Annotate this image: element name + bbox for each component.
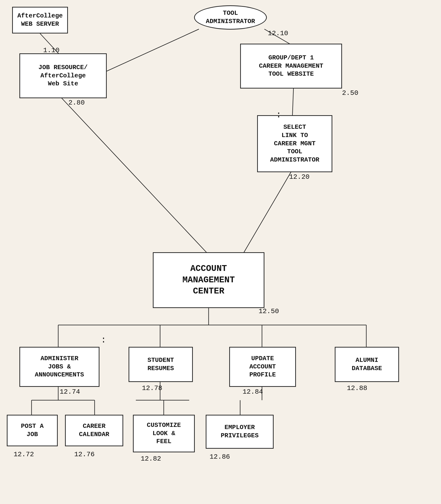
job-resource-label: JOB RESOURCE/ AfterCollege Web Site	[39, 63, 88, 88]
student-resumes-label: STUDENT RESUMES	[147, 356, 174, 373]
tool-admin-node: TOOL ADMINISTRATOR	[194, 5, 267, 30]
label-1220: 12.20	[289, 173, 310, 181]
alumni-database-label: ALUMNI DATABASE	[352, 356, 382, 373]
label-1274: 12.74	[60, 388, 80, 395]
update-account-label: UPDATE ACCOUNT PROFILE	[249, 355, 276, 379]
select-link-label: SELECT LINK TO CAREER MGNT TOOL ADMINIST…	[270, 123, 319, 164]
select-link-node: SELECT LINK TO CAREER MGNT TOOL ADMINIST…	[257, 115, 332, 172]
administer-jobs-node: ADMINISTER JOBS & ANNOUNCEMENTS	[19, 347, 99, 387]
label-1284: 12.84	[243, 388, 263, 395]
label-1210: 12.10	[268, 30, 288, 37]
job-resource-node: JOB RESOURCE/ AfterCollege Web Site	[19, 53, 107, 98]
label-280: 2.80	[68, 99, 85, 107]
label-110: 1.10	[43, 47, 59, 54]
svg-line-4	[61, 97, 209, 255]
diagram-container: AfterCollege WEB SERVER TOOL ADMINISTRAT…	[0, 0, 441, 504]
alumni-database-node: ALUMNI DATABASE	[335, 347, 399, 382]
label-1278: 12.78	[142, 384, 162, 392]
label-1288: 12.88	[347, 384, 367, 392]
post-a-job-node: POST A JOB	[7, 415, 58, 446]
label-250: 2.50	[342, 89, 358, 97]
label-1250: 12.50	[259, 308, 279, 315]
colon-2: :	[276, 110, 281, 120]
label-1276: 12.76	[74, 451, 94, 458]
label-1286: 12.86	[210, 453, 230, 461]
customize-look-label: CUSTOMIZE LOOK & FEEL	[147, 421, 181, 446]
label-1282: 12.82	[141, 455, 161, 462]
group-dept-label: GROUP/DEPT 1 CAREER MANAGEMENT TOOL WEBS…	[259, 54, 323, 78]
student-resumes-node: STUDENT RESUMES	[128, 347, 193, 382]
employer-privileges-label: EMPLOYER PRIVILEGES	[221, 424, 259, 440]
account-mgmt-label: ACCOUNT MANAGEMENT CENTER	[182, 263, 235, 297]
account-mgmt-node: ACCOUNT MANAGEMENT CENTER	[153, 252, 264, 308]
career-calendar-node: CAREER CALENDAR	[65, 415, 123, 446]
svg-line-3	[292, 87, 294, 119]
update-account-node: UPDATE ACCOUNT PROFILE	[229, 347, 296, 387]
career-calendar-label: CAREER CALENDAR	[79, 422, 110, 439]
employer-privileges-node: EMPLOYER PRIVILEGES	[206, 415, 274, 449]
svg-line-5	[243, 170, 292, 255]
colon-1: :	[101, 335, 106, 345]
group-dept-node: GROUP/DEPT 1 CAREER MANAGEMENT TOOL WEBS…	[240, 44, 342, 89]
administer-jobs-label: ADMINISTER JOBS & ANNOUNCEMENTS	[35, 355, 84, 379]
aftercollege-server-node: AfterCollege WEB SERVER	[12, 7, 68, 33]
customize-look-node: CUSTOMIZE LOOK & FEEL	[133, 415, 195, 452]
post-a-job-label: POST A JOB	[21, 422, 44, 439]
tool-admin-label: TOOL ADMINISTRATOR	[206, 9, 255, 26]
aftercollege-server-label: AfterCollege WEB SERVER	[17, 12, 63, 28]
label-1272: 12.72	[14, 451, 34, 458]
